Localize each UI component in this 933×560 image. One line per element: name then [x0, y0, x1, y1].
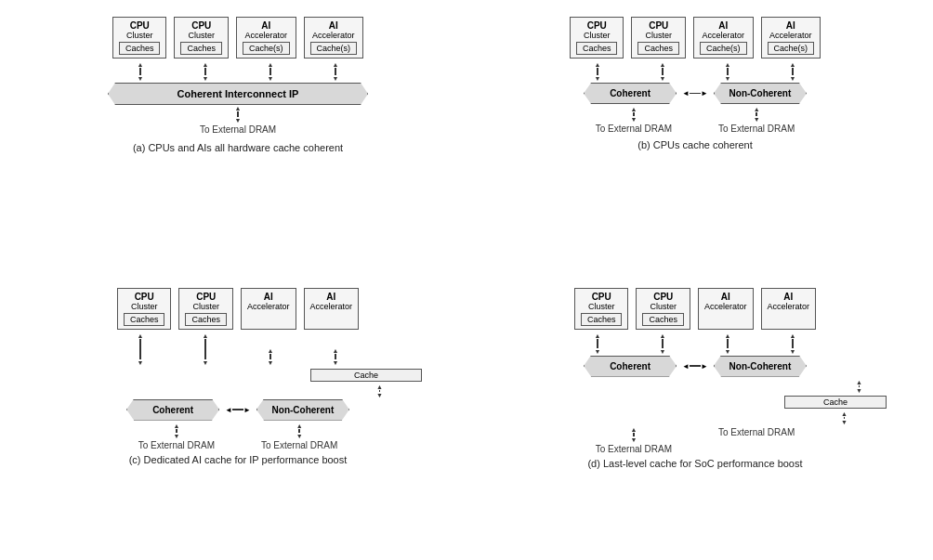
c-dram-row: ▲▼ To External DRAM ▲▼ To External DRAM: [138, 423, 338, 450]
b-arrow-3: ▲▼: [699, 61, 756, 82]
c-ai-sub-2: Accelerator: [310, 302, 353, 311]
b-banner-row: Coherent ◄► Non-Coherent: [584, 83, 807, 104]
c-cpu-cluster-1: CPU Cluster Caches: [117, 288, 172, 330]
coherent-interconnect-banner: Coherent Interconnect IP: [108, 83, 368, 105]
d-ai-sub-1: Accelerator: [704, 302, 747, 311]
c-cpu-title-2: CPU: [196, 292, 216, 302]
d-arrow-3: ▲▼: [699, 332, 756, 355]
c-shared-cache: Cache: [310, 369, 422, 382]
c-noncoherent-banner: Non-Coherent: [256, 399, 349, 421]
d-cache-1: Caches: [581, 313, 623, 326]
d-ai-accel-1: AI Accelerator: [698, 288, 754, 330]
d-banner-row: Coherent ◄► Non-Coherent: [584, 356, 807, 377]
c-ai-accel-2: AI Accelerator: [304, 288, 360, 330]
cpu-title-2: CPU: [191, 20, 211, 31]
b-ai-title-1: AI: [718, 20, 728, 31]
c-ai-title-2: AI: [326, 292, 335, 302]
d-cpu-title-2: CPU: [653, 292, 673, 302]
b-cache-2: Caches: [637, 42, 679, 55]
arrow-a-down: ▲▼: [235, 105, 242, 124]
unit-row-a: CPU Cluster Caches CPU Cluster Caches AI…: [112, 17, 363, 59]
c-cache-arrow-row: ▲▼: [20, 384, 455, 398]
d-dram-row: ▲▼ To External DRAM To External DRAM: [596, 426, 795, 454]
b-arrow-4: ▲▼: [764, 61, 821, 82]
b-cpu-cluster-1: CPU Cluster Caches: [570, 17, 624, 59]
caption-c: (c) Dedicated AI cache for IP performanc…: [129, 454, 348, 465]
d-llc-dram-arrow: ▲▼: [841, 410, 848, 425]
ai-sub-2: Accelerator: [312, 31, 355, 40]
cache-2: Caches: [180, 42, 222, 55]
cpu-cluster-2: CPU Cluster Caches: [174, 17, 229, 59]
c-cache-1: Caches: [124, 313, 165, 326]
b-cpu-title-1: CPU: [587, 20, 607, 31]
c-cpu-sub-1: Cluster: [131, 302, 158, 311]
d-cpu-cluster-2: CPU Cluster Caches: [636, 288, 690, 330]
ai-cache-2: Cache(s): [310, 42, 358, 55]
b-ai-cache-1: Cache(s): [700, 42, 747, 55]
c-dram-label-1: To External DRAM: [138, 440, 215, 450]
cpu-cluster-1: CPU Cluster Caches: [112, 17, 167, 59]
d-arrow-1: ▲▼: [569, 332, 626, 355]
c-h-arrow: ◄►: [225, 406, 251, 414]
ai-cache-1: Cache(s): [243, 42, 290, 55]
c-cpu-sub-2: Cluster: [192, 302, 219, 311]
d-dram-col-1: ▲▼ To External DRAM: [596, 426, 672, 454]
d-coherent-banner: Coherent: [584, 356, 677, 377]
page-container: CPU Cluster Caches CPU Cluster Caches AI…: [0, 0, 933, 560]
arrow-a-2: ▲▼: [177, 61, 234, 82]
caption-a: (a) CPUs and AIs all hardware cache cohe…: [133, 142, 343, 153]
c-dram-col-1: ▲▼ To External DRAM: [138, 423, 215, 450]
d-dram-label-1: To External DRAM: [596, 444, 672, 454]
d-arrow-4: ▲▼: [764, 332, 821, 355]
c-cpu-cluster-2: CPU Cluster Caches: [178, 288, 233, 330]
arrow-a-4: ▲▼: [307, 61, 364, 82]
c-arrow-2: ▲▼: [177, 332, 234, 366]
c-cache-2: Caches: [185, 313, 227, 326]
b-arrow-1: ▲▼: [569, 61, 626, 82]
d-llc-cache: Cache: [784, 396, 887, 409]
d-dram-arrow-1: ▲▼: [630, 426, 637, 443]
c-coherent-banner: Coherent: [126, 399, 219, 421]
b-noncoherent-banner: Non-Coherent: [714, 83, 807, 104]
b-dram-arrow-2: ▲▼: [754, 106, 760, 123]
c-cpu-title-1: CPU: [135, 292, 154, 302]
c-ai-sub-1: Accelerator: [247, 302, 290, 311]
b-dram-col-2: ▲▼ To External DRAM: [718, 106, 795, 134]
c-ai-accel-1: AI Accelerator: [241, 288, 296, 330]
c-dram-arrow-2: ▲▼: [296, 423, 303, 439]
diagram-d: CPU Cluster Caches CPU Cluster Caches AI…: [466, 280, 924, 552]
d-llc-dram-arrow-row: ▲▼: [478, 410, 913, 425]
b-cache-1: Caches: [576, 42, 618, 55]
b-dram-label-1: To External DRAM: [596, 124, 672, 134]
b-coherent-banner: Coherent: [584, 83, 677, 104]
ai-accel-1: AI Accelerator Cache(s): [236, 17, 296, 59]
b-dram-col-1: ▲▼ To External DRAM: [596, 106, 672, 134]
diagram-c: CPU Cluster Caches CPU Cluster Caches AI…: [9, 280, 466, 552]
b-ai-accel-1: AI Accelerator Cache(s): [693, 17, 754, 59]
d-noncoherent-banner: Non-Coherent: [714, 356, 807, 377]
unit-row-c: CPU Cluster Caches CPU Cluster Caches AI…: [117, 288, 359, 330]
b-cpu-sub-1: Cluster: [584, 31, 611, 40]
diagram-b: CPU Cluster Caches CPU Cluster Caches AI…: [466, 9, 924, 280]
d-dram-label-2: To External DRAM: [718, 427, 795, 437]
c-cache-arrow: ▲▼: [376, 384, 383, 398]
ai-sub-1: Accelerator: [244, 31, 287, 40]
d-cache-2: Caches: [642, 313, 684, 326]
c-dram-label-2: To External DRAM: [261, 440, 337, 450]
c-arrow-4: ▲▼: [307, 347, 364, 366]
dram-label-a: To External DRAM: [200, 124, 276, 135]
d-ai-sub-2: Accelerator: [768, 302, 810, 311]
arrow-a-1: ▲▼: [112, 61, 169, 82]
d-llc-row: ▲▼: [478, 379, 913, 394]
unit-row-d: CPU Cluster Caches CPU Cluster Caches AI…: [574, 288, 816, 330]
b-cpu-title-2: CPU: [649, 20, 668, 31]
d-ai-title-1: AI: [721, 292, 730, 302]
d-dram-col-2: To External DRAM: [718, 426, 795, 454]
arrow-a-3: ▲▼: [242, 61, 299, 82]
b-arrow-2: ▲▼: [634, 61, 691, 82]
b-ai-cache-2: Cache(s): [768, 42, 815, 55]
ai-accel-2: AI Accelerator Cache(s): [304, 17, 364, 59]
cpu-title-1: CPU: [130, 20, 150, 31]
ai-title-2: AI: [329, 20, 338, 31]
b-cpu-sub-2: Cluster: [645, 31, 672, 40]
